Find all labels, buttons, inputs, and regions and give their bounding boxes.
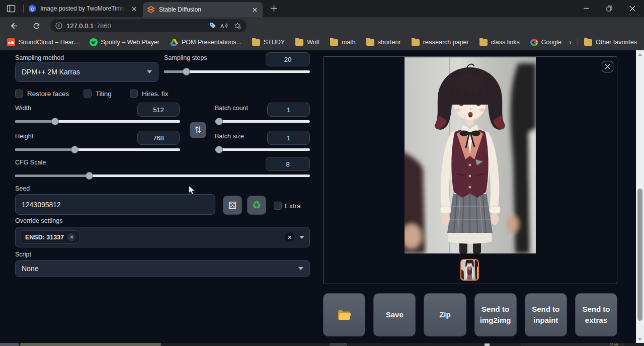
bookmark-label: POM Presentations... bbox=[182, 39, 242, 46]
bookmarks-overflow-chevron[interactable]: › bbox=[569, 38, 572, 47]
folder-icon bbox=[412, 39, 420, 46]
site-info-icon[interactable] bbox=[55, 22, 62, 29]
bookmark-label: class links bbox=[491, 39, 520, 46]
price-tag-icon[interactable] bbox=[208, 22, 216, 30]
bookmark-soundcloud[interactable]: SoundCloud – Hear... bbox=[7, 38, 79, 46]
taskbar-icon-sliver bbox=[330, 343, 347, 346]
dice-icon: ⚄ bbox=[228, 200, 237, 211]
restore-faces-checkbox[interactable] bbox=[15, 90, 23, 98]
width-slider[interactable] bbox=[15, 118, 180, 125]
bookmark-folder-math[interactable]: math bbox=[330, 39, 356, 46]
send-to-inpaint-button[interactable]: Send to inpaint bbox=[525, 293, 567, 336]
width-input[interactable]: 512 bbox=[137, 103, 180, 117]
bookmark-label: Wolf bbox=[307, 39, 319, 46]
hires-fix-checkbox[interactable] bbox=[130, 90, 138, 98]
height-slider[interactable] bbox=[15, 146, 180, 153]
generated-image[interactable] bbox=[405, 57, 536, 253]
batch-count-label: Batch count bbox=[215, 105, 248, 112]
save-button[interactable]: Save bbox=[373, 293, 416, 336]
bookmark-folder-study[interactable]: STUDY bbox=[252, 39, 285, 46]
override-chip[interactable]: ENSD: 31337 bbox=[21, 230, 80, 244]
bookmarks-bar: SoundCloud – Hear... Spotify – Web Playe… bbox=[0, 34, 644, 50]
sampling-steps-input[interactable]: 20 bbox=[266, 52, 310, 66]
bookmark-label: Other favorites bbox=[596, 39, 637, 46]
swap-dimensions-button[interactable]: ⇅ bbox=[190, 122, 206, 138]
tab-close-icon[interactable] bbox=[251, 6, 259, 14]
tab-separator bbox=[23, 5, 24, 13]
batch-count-slider[interactable] bbox=[215, 118, 310, 125]
bookmark-label: shortenr bbox=[378, 39, 401, 46]
send-to-extras-button[interactable]: Send to extras bbox=[575, 293, 617, 336]
reuse-seed-button[interactable]: ♻ bbox=[247, 196, 266, 215]
tab-civitai[interactable]: C Image posted by TwoMoreTimes bbox=[24, 0, 142, 17]
minimize-button[interactable] bbox=[575, 0, 598, 17]
chevron-down-icon bbox=[299, 236, 304, 239]
bookmark-google[interactable]: Google bbox=[530, 39, 561, 46]
chevron-down-icon bbox=[147, 70, 152, 73]
override-settings-multiselect[interactable]: ENSD: 31337 bbox=[15, 227, 310, 247]
sampling-steps-slider[interactable] bbox=[164, 68, 310, 75]
batch-size-slider[interactable] bbox=[215, 146, 310, 153]
browser-toolbar: 127.0.0.1:7860 A » IA AD S Y M ⋯ bbox=[0, 17, 644, 34]
batch-size-label: Batch size bbox=[215, 133, 244, 140]
random-seed-button[interactable]: ⚄ bbox=[223, 196, 242, 215]
bookmark-folder-shortenr[interactable]: shortenr bbox=[366, 39, 401, 46]
hires-fix-label: Hires. fix bbox=[142, 90, 169, 98]
height-input[interactable]: 768 bbox=[137, 131, 180, 145]
tab-stable-diffusion[interactable]: Stable Diffusion bbox=[143, 2, 263, 17]
back-button[interactable] bbox=[7, 19, 21, 33]
new-tab-button[interactable] bbox=[270, 4, 278, 15]
screen: C Image posted by TwoMoreTimes Stable Di… bbox=[0, 0, 644, 346]
hscrollbar-thumb[interactable] bbox=[20, 343, 161, 346]
height-label: Height bbox=[15, 133, 33, 140]
swap-icon: ⇅ bbox=[194, 125, 201, 135]
bookmark-folder-wolf[interactable]: Wolf bbox=[295, 39, 319, 46]
open-folder-button[interactable] bbox=[323, 293, 365, 336]
close-icon bbox=[605, 64, 610, 69]
gradio-favicon-icon bbox=[147, 6, 155, 14]
cfg-scale-label: CFG Scale bbox=[15, 159, 46, 166]
close-window-button[interactable] bbox=[621, 0, 644, 17]
other-favorites[interactable]: Other favorites bbox=[584, 39, 637, 46]
gallery-thumbnail-selected[interactable] bbox=[460, 259, 479, 281]
cfg-scale-slider[interactable] bbox=[15, 172, 310, 180]
restore-button[interactable] bbox=[598, 0, 621, 17]
tiling-checkbox[interactable] bbox=[84, 90, 92, 98]
svg-text:A: A bbox=[220, 23, 224, 29]
chevron-down-icon bbox=[298, 267, 303, 270]
folder-icon bbox=[338, 310, 351, 320]
scroll-down-icon[interactable] bbox=[636, 335, 644, 343]
bookmarks-separator bbox=[578, 38, 578, 46]
close-gallery-button[interactable] bbox=[602, 61, 613, 72]
bookmark-spotify[interactable]: Spotify – Web Player bbox=[90, 38, 160, 46]
scroll-up-icon[interactable] bbox=[636, 50, 644, 58]
bookmark-folder-classlinks[interactable]: class links bbox=[479, 39, 520, 46]
tab-actions-menu-button[interactable] bbox=[6, 4, 16, 16]
batch-count-input[interactable]: 1 bbox=[267, 103, 310, 117]
folder-icon bbox=[584, 39, 592, 46]
cfg-scale-input[interactable]: 8 bbox=[266, 157, 310, 171]
batch-size-input[interactable]: 1 bbox=[267, 131, 310, 145]
add-favorite-icon[interactable] bbox=[233, 22, 242, 30]
tab-close-icon[interactable] bbox=[130, 5, 138, 13]
gallery-actions: Save Zip Send to img2img Send to inpaint… bbox=[323, 293, 617, 336]
address-bar[interactable]: 127.0.0.1:7860 A bbox=[50, 19, 247, 32]
bookmark-folder-research[interactable]: reasearch paper bbox=[412, 39, 469, 46]
seed-input[interactable]: 1243095812 bbox=[15, 194, 215, 215]
zip-button[interactable]: Zip bbox=[424, 293, 466, 336]
chip-remove-icon[interactable] bbox=[67, 233, 75, 241]
clear-all-icon[interactable] bbox=[285, 232, 294, 242]
folder-icon bbox=[295, 39, 303, 46]
extra-seed-checkbox[interactable] bbox=[274, 202, 282, 210]
spotify-icon bbox=[90, 38, 98, 46]
sampling-method-select[interactable]: DPM++ 2M Karras bbox=[15, 62, 158, 82]
bookmark-drive[interactable]: POM Presentations... bbox=[170, 39, 242, 46]
refresh-button[interactable] bbox=[29, 19, 43, 33]
send-to-img2img-button[interactable]: Send to img2img bbox=[474, 293, 517, 336]
tab-title: Image posted by TwoMoreTimes bbox=[40, 5, 126, 12]
scrollbar-thumb[interactable] bbox=[637, 189, 642, 321]
taskbar-icon-sliver bbox=[485, 343, 490, 346]
page-scrollbar[interactable] bbox=[636, 50, 644, 343]
script-select[interactable]: None bbox=[15, 260, 310, 277]
read-aloud-icon[interactable]: A bbox=[220, 22, 229, 30]
